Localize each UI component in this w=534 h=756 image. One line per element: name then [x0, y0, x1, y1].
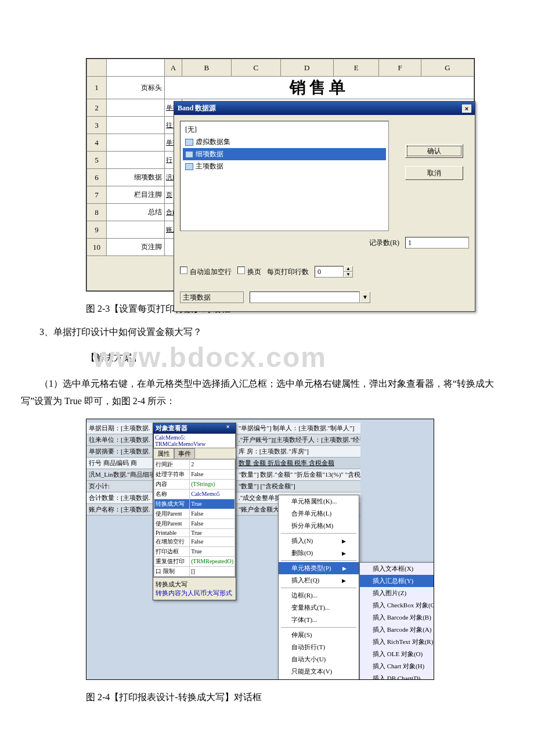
chevron-down-icon[interactable]: ▼	[360, 291, 370, 303]
col-B[interactable]: B	[182, 59, 232, 77]
row-label: 总结	[107, 204, 165, 221]
prop-name[interactable]: 在增加空行	[154, 537, 190, 546]
object-inspector-window: 对象查看器 × CalcMemo5: TRMCalcMemoView 属性 事件…	[153, 423, 236, 600]
designer-row[interactable]: "单据编号"] 制单人：[主项数据."制单人"]	[236, 423, 360, 434]
list-item-label[interactable]: 虚拟数据集	[196, 137, 230, 147]
prop-name[interactable]: 使用Parent	[154, 519, 190, 528]
menu-item[interactable]: 字体(T)...	[279, 614, 359, 626]
help-title: 转换成大写	[156, 580, 233, 589]
row-label	[107, 99, 165, 117]
prop-value[interactable]: 2	[190, 459, 235, 469]
cell-type-submenu[interactable]: 插入文本框(X)插入汇总框(Y)插入图片(Z)插入 CheckBox 对象(C)…	[359, 562, 434, 680]
menu-item[interactable]: 插入汇总框(Y)	[360, 575, 434, 587]
designer-row[interactable]: "数量"] 数据."金额" "折后金额"13(%)" "含税金额"]	[236, 469, 360, 481]
menu-item[interactable]: 插入 RichText 对象(R)	[360, 636, 434, 648]
ok-button[interactable]: 确认	[405, 144, 463, 158]
prop-value[interactable]: False	[190, 537, 235, 546]
property-grid[interactable]: 行间距2处理字符串False内容(TStrings)名称CalcMemo5转换成…	[153, 459, 236, 577]
prop-value[interactable]: (TStrings)	[190, 479, 235, 489]
prop-name[interactable]: 重复值打印	[154, 556, 190, 566]
menu-item[interactable]: 插入 OLE 对象(O)	[360, 648, 434, 660]
col-F[interactable]: F	[379, 59, 421, 77]
record-count-input[interactable]: 1	[405, 237, 469, 249]
menu-item[interactable]: 插入栏(Q)	[279, 574, 359, 586]
close-icon[interactable]: ×	[462, 105, 471, 113]
list-item-label[interactable]: 细项数据	[196, 149, 223, 159]
close-icon[interactable]: ×	[226, 424, 233, 431]
question-3: 3、单据打印设计中如何设置金额大写？	[21, 323, 524, 341]
row-num: 3	[87, 117, 107, 134]
prop-value[interactable]: False	[190, 509, 235, 519]
designer-row[interactable]: 数量 金额 折后金额 税率 含税金额	[236, 458, 360, 469]
menu-item[interactable]: 只能是文本(V)	[279, 665, 359, 678]
prop-name[interactable]: 名称	[154, 489, 190, 499]
dialog-title: Band 数据源	[178, 103, 216, 113]
menu-item[interactable]: 变量格式(T)...	[279, 602, 359, 614]
menu-item[interactable]: 插入 Barcode 对象(B)	[360, 611, 434, 624]
prop-name[interactable]: 打印边框	[154, 546, 190, 556]
list-item-label[interactable]: [无]	[185, 125, 197, 135]
prop-value[interactable]: []	[190, 566, 235, 576]
spin-down-icon[interactable]: ▼	[344, 272, 353, 278]
report-designer-with-inspector: 售单 单据日期：[主项数据.往来单位：[主项数据.单据摘要：[主项数据.行号 商…	[86, 419, 434, 680]
designer-row[interactable]: ."开户账号"]|[主项数经手人：[主项数据."经手人"]	[236, 434, 360, 446]
menu-item[interactable]: 插入 CheckBox 对象(C)	[360, 599, 434, 611]
prop-value[interactable]: True	[190, 499, 235, 509]
col-A[interactable]: A	[165, 59, 182, 77]
menu-item[interactable]: 边框(R)...	[279, 589, 359, 602]
prop-name[interactable]: 口 限制	[154, 566, 190, 576]
prop-name[interactable]: 内容	[154, 479, 190, 489]
spin-up-icon[interactable]: ▲	[344, 266, 353, 272]
col-D[interactable]: D	[280, 59, 333, 77]
col-E[interactable]: E	[333, 59, 379, 77]
solution-label: 【解决方案】	[86, 349, 524, 366]
menu-item[interactable]: 插入 Chart 对象(H)	[360, 660, 434, 672]
prop-value[interactable]: True	[190, 546, 235, 556]
prop-value[interactable]: CalcMemo5	[190, 489, 235, 499]
menu-item[interactable]: 单元格属性(K)...	[279, 495, 359, 507]
prop-value[interactable]: False	[190, 469, 235, 479]
prop-name[interactable]: Printable	[154, 528, 190, 537]
prop-value[interactable]: False	[190, 519, 235, 528]
prop-name[interactable]: 处理字符串	[154, 469, 190, 479]
cancel-button[interactable]: 取消	[405, 166, 463, 180]
row-num: 2	[87, 99, 107, 117]
col-G[interactable]: G	[421, 59, 474, 77]
row-num: 10	[87, 239, 107, 256]
tab-properties[interactable]: 属性	[153, 448, 174, 459]
menu-item[interactable]: 自动大小(U)	[279, 653, 359, 665]
menu-item[interactable]: 隐藏零值(W)	[279, 678, 359, 680]
prop-value[interactable]: True	[190, 528, 235, 537]
prop-value[interactable]: (TRMRepeatedO)	[190, 556, 235, 566]
datasource-listbox[interactable]: [无] 虚拟数据集 细项数据 主项数据	[180, 121, 389, 231]
cell-context-menu[interactable]: 单元格属性(K)...合并单元格(L)拆分单元格(M)插入(N)删除(O)单元格…	[278, 495, 359, 680]
row-num: 8	[87, 204, 107, 221]
menu-item[interactable]: 拆分单元格(M)	[279, 520, 359, 532]
menu-item[interactable]: 单元格类型(P)	[279, 562, 359, 574]
auto-blank-checkbox[interactable]: 自动追加空行	[180, 267, 232, 277]
document-title-cell[interactable]: 销售单	[165, 77, 474, 99]
inspector-object-selector[interactable]: CalcMemo5: TRMCalcMemoView	[153, 433, 236, 448]
prop-name[interactable]: 转换成大写	[154, 499, 190, 509]
menu-item[interactable]: 插入 Barcode 对象(A)	[360, 624, 434, 636]
menu-item[interactable]: 插入 DB Chart(D)	[360, 672, 434, 680]
master-data-input[interactable]	[250, 291, 360, 303]
menu-item[interactable]: 删除(O)	[279, 547, 359, 559]
menu-item[interactable]: 自动折行(T)	[279, 641, 359, 653]
page-break-checkbox[interactable]: 换页	[237, 267, 261, 277]
menu-item[interactable]: 合并单元格(L)	[279, 507, 359, 520]
menu-item[interactable]: 伸展(S)	[279, 629, 359, 641]
designer-row[interactable]: "数量"] ["含税金额"]	[236, 481, 360, 492]
prop-name[interactable]: 行间距	[154, 459, 190, 469]
menu-item[interactable]: 插入文本框(X)	[360, 563, 434, 575]
menu-item[interactable]: 插入(N)	[279, 535, 359, 547]
list-item: 细项数据	[183, 148, 386, 160]
list-item-label[interactable]: 主项数据	[196, 161, 223, 171]
menu-item[interactable]: 插入图片(Z)	[360, 587, 434, 599]
tab-events[interactable]: 事件	[174, 448, 195, 459]
col-C[interactable]: C	[231, 59, 280, 77]
master-data-combo[interactable]: ▼	[250, 291, 370, 303]
designer-row[interactable]: 库 房：[主项数据."库房"]	[236, 446, 360, 458]
lines-per-page-input[interactable]: 0	[315, 266, 344, 278]
prop-name[interactable]: 使用Parent	[154, 509, 190, 519]
